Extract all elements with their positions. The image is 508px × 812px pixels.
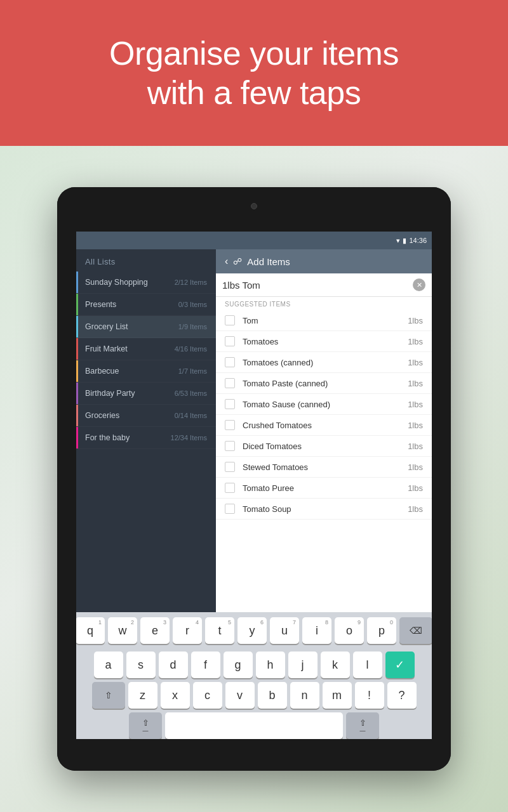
checkbox-1[interactable] xyxy=(225,336,235,346)
item-qty-9: 1lbs xyxy=(408,504,423,514)
item-name-1: Tomatoes xyxy=(243,337,408,346)
clear-button[interactable]: ✕ xyxy=(413,278,425,291)
key-?[interactable]: ? xyxy=(387,682,417,709)
tablet-bottom-bar xyxy=(57,745,451,771)
status-bar: ▾ ▮ 14:36 xyxy=(76,232,432,249)
key-d[interactable]: d xyxy=(159,652,188,678)
key-a[interactable]: a xyxy=(94,652,123,678)
key-![interactable]: ! xyxy=(355,682,384,709)
key-x[interactable]: x xyxy=(161,682,190,709)
key-w[interactable]: 2w xyxy=(108,617,137,644)
checkbox-9[interactable] xyxy=(225,504,235,514)
back-arrow-icon[interactable]: ‹ xyxy=(225,256,228,267)
checkbox-2[interactable] xyxy=(225,357,235,367)
checkbox-5[interactable] xyxy=(225,420,235,430)
shift-key-bottom[interactable]: ⇧— xyxy=(129,712,162,739)
sidebar-item-count-5: 6/53 Items xyxy=(175,390,207,397)
sidebar-item-count-2: 1/9 Items xyxy=(178,323,207,331)
sidebar-item-4[interactable]: Barbecue 1/7 Items xyxy=(76,360,216,383)
key-m[interactable]: m xyxy=(323,682,352,709)
panel-header: ‹ ☍ Add Items xyxy=(216,249,432,273)
checkbox-4[interactable] xyxy=(225,399,235,409)
item-qty-3: 1lbs xyxy=(408,379,423,388)
key-v[interactable]: v xyxy=(225,682,255,709)
key-o[interactable]: 9o xyxy=(335,617,364,644)
suggested-items-container: Tom 1lbs Tomatoes 1lbs Tomatoes (canned)… xyxy=(216,310,432,520)
sidebar-item-7[interactable]: For the baby 12/34 Items xyxy=(76,427,216,449)
key-b[interactable]: b xyxy=(258,682,287,709)
tablet-top-bar xyxy=(57,187,451,225)
keyboard-row-2: asdfghjkl✓ xyxy=(79,652,429,678)
item-name-5: Crushed Tomatoes xyxy=(243,421,408,430)
key-s[interactable]: s xyxy=(126,652,156,678)
space-key[interactable] xyxy=(165,712,343,739)
key-l[interactable]: l xyxy=(353,652,382,678)
item-name-6: Diced Tomatoes xyxy=(243,442,408,451)
sidebar-bar-1 xyxy=(76,294,78,315)
checkbox-0[interactable] xyxy=(225,315,235,325)
suggested-item-3[interactable]: Tomato Paste (canned) 1lbs xyxy=(216,373,432,394)
suggested-item-6[interactable]: Diced Tomatoes 1lbs xyxy=(216,436,432,457)
sidebar-item-0[interactable]: Sunday Shopping 2/12 Items xyxy=(76,272,216,294)
sidebar-items-container: Sunday Shopping 2/12 Items Presents 0/3 … xyxy=(76,272,216,449)
key-e[interactable]: 3e xyxy=(140,617,170,644)
sidebar-item-name-2: Grocery List xyxy=(85,322,128,331)
shift-key-right[interactable]: ⇧— xyxy=(346,712,379,739)
sidebar-item-6[interactable]: Groceries 0/14 Items xyxy=(76,405,216,427)
checkbox-3[interactable] xyxy=(225,378,235,388)
item-name-9: Tomato Soup xyxy=(243,504,408,514)
suggested-item-9[interactable]: Tomato Soup 1lbs xyxy=(216,499,432,520)
key-k[interactable]: k xyxy=(321,652,350,678)
suggested-item-7[interactable]: Stewed Tomatoes 1lbs xyxy=(216,457,432,478)
sidebar-item-count-7: 12/34 Items xyxy=(171,434,207,442)
key-f[interactable]: f xyxy=(191,652,220,678)
key-g[interactable]: g xyxy=(224,652,253,678)
suggested-item-8[interactable]: Tomato Puree 1lbs xyxy=(216,478,432,499)
sidebar-item-1[interactable]: Presents 0/3 Items xyxy=(76,294,216,316)
key-y[interactable]: 6y xyxy=(237,617,267,644)
suggested-item-4[interactable]: Tomato Sause (canned) 1lbs xyxy=(216,394,432,415)
sidebar-item-count-6: 0/14 Items xyxy=(175,412,207,419)
item-name-8: Tomato Puree xyxy=(243,483,408,493)
key-z[interactable]: z xyxy=(128,682,157,709)
key-t[interactable]: 5t xyxy=(205,617,234,644)
sidebar-item-name-6: Groceries xyxy=(85,411,119,420)
sidebar-item-name-4: Barbecue xyxy=(85,367,119,376)
sidebar-bar-2 xyxy=(76,316,78,337)
key-q[interactable]: 1q xyxy=(76,617,105,644)
key-u[interactable]: 7u xyxy=(270,617,299,644)
suggested-label: SUGGESTED ITEMS xyxy=(216,297,432,310)
keyboard: 1q2w3e4r5t6y7u8i9o0p⌫ asdfghjkl✓ ⇧zxcvbn… xyxy=(76,612,432,739)
backspace-key[interactable]: ⌫ xyxy=(399,617,432,644)
enter-key[interactable]: ✓ xyxy=(385,652,415,678)
key-h[interactable]: h xyxy=(256,652,285,678)
suggested-item-2[interactable]: Tomatoes (canned) 1lbs xyxy=(216,352,432,373)
sidebar-item-count-1: 0/3 Items xyxy=(178,301,207,308)
key-c[interactable]: c xyxy=(193,682,222,709)
suggested-item-5[interactable]: Crushed Tomatoes 1lbs xyxy=(216,415,432,436)
sidebar-bar-3 xyxy=(76,338,78,360)
checkbox-7[interactable] xyxy=(225,462,235,472)
key-i[interactable]: 8i xyxy=(302,617,331,644)
battery-icon: ▮ xyxy=(403,237,406,245)
sidebar-bar-5 xyxy=(76,383,78,404)
search-input[interactable] xyxy=(222,280,413,291)
checkbox-6[interactable] xyxy=(225,441,235,451)
key-r[interactable]: 4r xyxy=(173,617,202,644)
sidebar-item-2[interactable]: Grocery List 1/9 Items xyxy=(76,316,216,338)
shift-left-key[interactable]: ⇧ xyxy=(92,682,125,709)
header-title: Organise your items with a few taps xyxy=(109,34,399,113)
sidebar-bar-0 xyxy=(76,272,78,293)
suggested-item-1[interactable]: Tomatoes 1lbs xyxy=(216,331,432,352)
key-j[interactable]: j xyxy=(288,652,318,678)
wifi-icon: ▾ xyxy=(396,237,400,245)
checkbox-8[interactable] xyxy=(225,483,235,493)
sidebar-item-3[interactable]: Fruit Market 4/16 Items xyxy=(76,338,216,360)
keyboard-space-row: ⇧— ⇧— xyxy=(79,712,429,739)
header-title-line2: with a few taps xyxy=(147,74,361,111)
suggested-item-0[interactable]: Tom 1lbs xyxy=(216,310,432,331)
sidebar-item-5[interactable]: Birthday Party 6/53 Items xyxy=(76,383,216,405)
sidebar-item-name-7: For the baby xyxy=(85,433,130,442)
key-p[interactable]: 0p xyxy=(367,617,396,644)
key-n[interactable]: n xyxy=(290,682,319,709)
